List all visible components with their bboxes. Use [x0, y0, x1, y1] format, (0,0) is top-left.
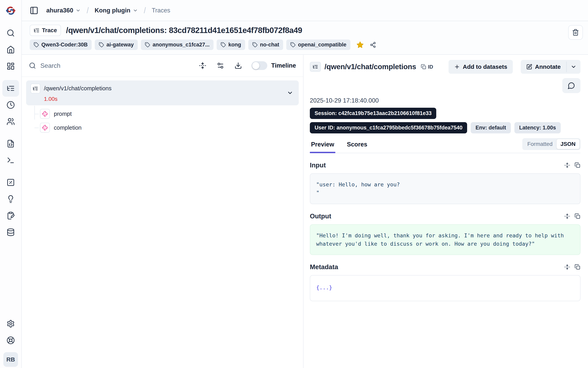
tree-node-completion[interactable]: completion [40, 121, 299, 135]
annotate-label: Annotate [535, 64, 561, 70]
nav-home[interactable] [2, 41, 19, 58]
breadcrumb-environment[interactable]: Kong plugin [95, 7, 138, 14]
tree-node-label: prompt [54, 111, 72, 117]
nav-playground[interactable] [2, 152, 19, 169]
latency-badge: Latency: 1.00s [514, 122, 561, 133]
user-id-badge[interactable]: User ID: anonymous_c1fca2795bbedc5f36678… [310, 122, 467, 133]
copy-icon[interactable] [575, 162, 580, 168]
copy-icon[interactable] [575, 264, 580, 270]
fold-vertical-icon[interactable] [564, 162, 570, 168]
timeline-toggle[interactable] [251, 61, 267, 70]
nav-evaluation[interactable] [2, 174, 19, 191]
tree-node-label: completion [54, 125, 82, 131]
nav-prompts[interactable] [2, 135, 19, 152]
tab-preview[interactable]: Preview [310, 141, 335, 153]
trace-timestamp: 2025-10-29 17:18:40.000 [310, 97, 580, 104]
tree-root-node[interactable]: /qwen/v1/chat/completions 1.00s [26, 80, 299, 105]
trace-type-badge: Trace [30, 25, 61, 36]
app-logo[interactable] [5, 0, 16, 21]
tag-chip[interactable]: openai_compatible [286, 39, 350, 50]
share-icon [370, 42, 376, 48]
tag-chip[interactable]: anonymous_c1fca27... [141, 39, 213, 50]
badge-row: User ID: anonymous_c1fca2795bbedc5f36678… [310, 122, 580, 133]
body-split: Timeline /qwen/v1/chat/completions 1.00s [22, 55, 588, 368]
input-content: "user: Hello, how are you? " [310, 173, 580, 204]
tag-chip[interactable]: ai-gateway [95, 39, 138, 50]
fan-event-icon [42, 111, 48, 117]
trace-tree: /qwen/v1/chat/completions 1.00s promp [22, 77, 303, 138]
tag-chip[interactable]: kong [217, 39, 245, 50]
share-button[interactable] [370, 42, 376, 48]
fan-event-icon [42, 125, 48, 131]
output-content: "Hello! I'm doing well, thank you for as… [310, 224, 580, 255]
format-option-formatted[interactable]: Formatted [523, 139, 557, 149]
download-icon[interactable] [235, 62, 242, 69]
bookmark-star-button[interactable] [356, 41, 364, 49]
tag-label: ai-gateway [106, 42, 134, 48]
tag-chip[interactable]: Qwen3-Coder:30B [30, 39, 92, 50]
view-settings-icon[interactable] [217, 62, 224, 69]
comments-button[interactable] [562, 78, 580, 93]
fold-vertical-icon[interactable] [564, 213, 570, 219]
tag-chip[interactable]: no-chat [248, 39, 283, 50]
nav-datasets[interactable] [2, 224, 19, 240]
env-badge: Env: default [471, 122, 511, 133]
add-to-datasets-button[interactable]: Add to datasets [448, 60, 513, 74]
comment-row [310, 78, 580, 93]
id-label: ID [428, 64, 433, 70]
pen-square-icon [526, 64, 532, 70]
tree-node-prompt[interactable]: prompt [40, 107, 299, 121]
user-avatar[interactable]: RB [3, 352, 18, 367]
lightbulb-icon [7, 195, 15, 203]
nav-dashboards[interactable] [2, 58, 19, 74]
annotate-button[interactable]: Annotate [521, 60, 566, 74]
copy-icon[interactable] [575, 213, 580, 219]
breadcrumb-project[interactable]: ahura360 [46, 7, 81, 14]
tag-label: Qwen3-Coder:30B [41, 42, 88, 48]
nav-sessions[interactable] [2, 97, 19, 113]
search-input[interactable] [40, 62, 189, 69]
fold-vertical-icon[interactable] [564, 264, 570, 270]
file-json-icon [7, 139, 15, 148]
copy-id-button[interactable]: ID [421, 64, 433, 70]
nav-settings[interactable] [2, 315, 19, 332]
session-badge[interactable]: Session: c42fca19b75e13aac2b2106610f81e3… [310, 108, 436, 119]
metadata-content[interactable]: {...} [310, 275, 580, 301]
tag-icon [145, 42, 150, 47]
copy-icon [421, 64, 426, 70]
trash-icon [572, 29, 579, 36]
breadcrumb-page[interactable]: Traces [152, 7, 170, 14]
tag-icon [252, 42, 258, 47]
annotate-dropdown-button[interactable] [567, 60, 580, 74]
timeline-label: Timeline [271, 62, 296, 69]
format-option-json[interactable]: JSON [557, 139, 579, 149]
breadcrumb-separator: / [144, 5, 146, 15]
trace-header: Trace /qwen/v1/chat/completions: 83cd782… [22, 21, 588, 55]
fold-vertical-icon[interactable] [199, 62, 206, 69]
nav-annotation[interactable] [2, 207, 19, 224]
nav-insights[interactable] [2, 191, 19, 207]
tab-scores[interactable]: Scores [346, 141, 368, 153]
life-buoy-icon [7, 336, 15, 344]
detail-title: /qwen/v1/chat/completions [324, 63, 416, 71]
collapse-chevron[interactable] [287, 90, 293, 96]
delete-trace-button[interactable] [568, 25, 583, 40]
breadcrumb-env-label: Kong plugin [95, 7, 130, 14]
detail-header: /qwen/v1/chat/completions ID Add to data… [310, 60, 580, 74]
star-icon [356, 41, 364, 49]
breadcrumb-project-label: ahura360 [46, 7, 73, 14]
input-section: Input "user: Hello, how are you? " [310, 161, 580, 204]
nav-support[interactable] [2, 332, 19, 349]
sidebar-toggle-button[interactable] [30, 6, 38, 15]
users-icon [7, 117, 15, 126]
trace-node-badge [30, 83, 40, 93]
nav-tracing[interactable] [2, 80, 19, 97]
nav-search[interactable] [2, 25, 19, 41]
tree-root-duration: 1.00s [44, 96, 294, 102]
list-tree-icon [7, 84, 15, 92]
list-tree-icon [313, 64, 318, 70]
tree-children: prompt completion [34, 107, 299, 135]
icon-rail: RB [0, 0, 22, 368]
nav-users[interactable] [2, 113, 19, 130]
gear-icon [7, 320, 15, 328]
